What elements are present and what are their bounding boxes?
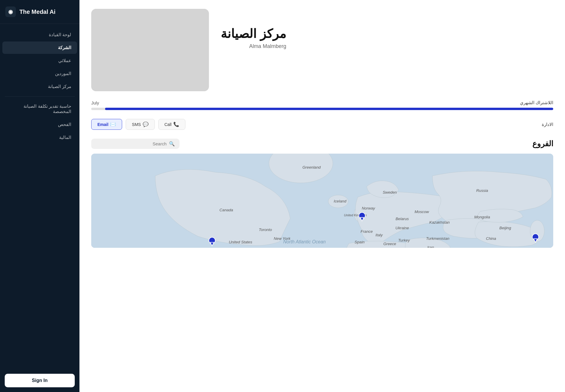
nav-divider [5,96,75,97]
email-label: Email [97,122,108,127]
sms-button[interactable]: 💬 SMS [126,119,154,130]
sidebar-item-clients[interactable]: عملائي [2,54,77,67]
app-title: The Medal Ai [19,9,56,15]
main-content: مركز الصيانة Alma Malmberg اللاشتراك الش… [79,0,565,392]
call-label: Call [164,122,172,127]
map-label: Russia [476,188,488,193]
email-icon: ✉️ [110,122,116,127]
map-container: GreenlandIcelandSwedenNorwayRussiaCanada… [91,154,553,248]
email-button[interactable]: ✉️ Email [91,119,122,130]
search-input[interactable] [96,141,167,146]
sidebar-item-inspection[interactable]: الفحص [2,118,77,131]
map-label: Turkey [398,238,410,242]
map-label: Iceland [334,199,346,203]
map-label: Spain [355,240,365,244]
subscription-section: اللاشتراك الشهري July [79,97,565,116]
world-map: GreenlandIcelandSwedenNorwayRussiaCanada… [91,154,553,248]
signin-button[interactable]: Sign In [5,374,75,387]
subscription-header: اللاشتراك الشهري July [91,100,553,105]
admin-label: الادارة [542,122,553,127]
map-label: Kazakhstan [429,220,450,225]
sidebar-nav: لوحة القيادةالشركةعملائيالموردينمركز الص… [0,24,79,369]
sidebar-header: ◉ The Medal Ai [0,0,79,24]
phone-icon: 📞 [173,122,179,127]
company-image [91,9,209,91]
map-label: China [486,236,496,241]
map-label: Belarus [396,217,409,221]
map-label: Mongolia [474,215,490,219]
map-label: Moscow [415,210,429,214]
map-label: Iraq [413,247,420,248]
map-label: Greece [383,242,396,246]
logo-icon: ◉ [8,9,13,15]
map-label: Sweden [383,190,397,195]
sms-label: SMS [132,122,141,127]
company-info: مركز الصيانة Alma Malmberg [221,9,286,49]
sidebar-item-suppliers[interactable]: الموردين [2,67,77,80]
map-label: Canada [220,208,233,212]
company-subtitle: Alma Malmberg [221,43,286,49]
admin-actions: 📞 Call 💬 SMS ✉️ Email [91,119,185,130]
map-label: Beijing [499,226,511,230]
map-label: Ukraine [396,226,409,230]
app-logo: ◉ [5,6,16,17]
company-name: مركز الصيانة [221,26,286,41]
subscription-label: اللاشتراك الشهري [520,100,553,105]
map-label: Norway [362,206,375,210]
map-label: Turkmenistan [426,236,449,241]
sidebar-item-calculator[interactable]: حاسبة تقدير تكلفة الصيانة المخصصة [2,100,77,118]
progress-bar-background [91,108,553,110]
sidebar-item-dashboard[interactable]: لوحة القيادة [2,29,77,41]
progress-bar-fill [105,108,553,110]
call-button[interactable]: 📞 Call [158,119,185,130]
sms-icon: 💬 [143,122,149,127]
subscription-month: July [91,100,99,105]
search-icon: 🔍 [169,141,175,147]
map-label: France [360,229,373,234]
map-label: United States [229,240,252,244]
map-label: Iran [427,245,434,248]
branches-header: الفروع 🔍 [91,139,553,149]
map-label: North Atlantic Ocean [283,239,326,244]
top-section: مركز الصيانة Alma Malmberg [79,0,565,97]
admin-section: الادارة 📞 Call 💬 SMS ✉️ Email [79,116,565,136]
sidebar-item-maintenance[interactable]: مركز الصيانة [2,80,77,93]
search-container: 🔍 [91,139,180,149]
branches-title: الفروع [532,139,553,148]
sidebar-item-finance[interactable]: المالية [2,131,77,144]
map-label: Greenland [303,165,321,170]
sidebar-item-company[interactable]: الشركة [2,41,77,54]
sidebar: ◉ The Medal Ai لوحة القيادةالشركةعملائيا… [0,0,79,392]
branches-section: الفروع 🔍 [79,136,565,154]
map-label: Toronto [259,227,272,232]
map-label: Italy [375,233,383,237]
